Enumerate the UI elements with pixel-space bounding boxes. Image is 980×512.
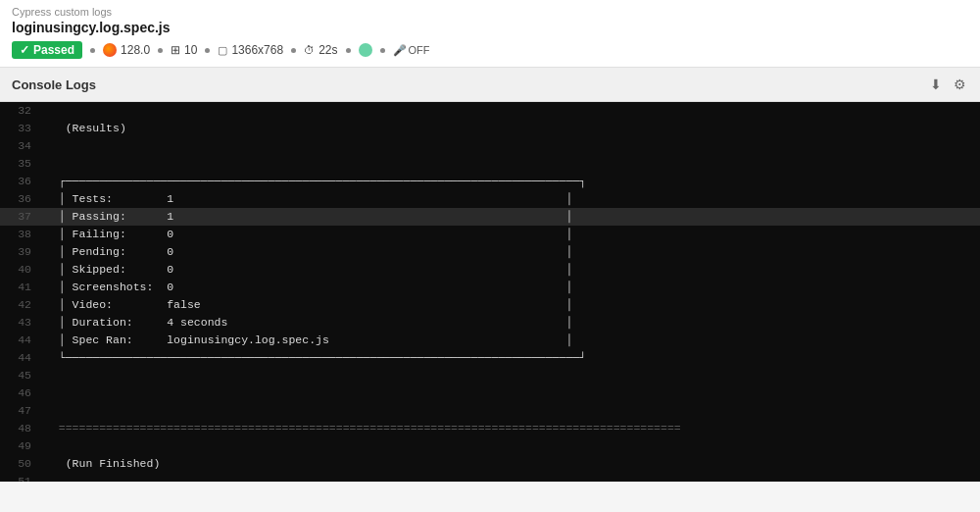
- resolution-info: ▢ 1366x768: [218, 43, 283, 57]
- console-lines: 3233 (Results)343536 ┌──────────────────…: [0, 102, 980, 482]
- line-number: 35: [0, 155, 41, 173]
- console-line: 51: [0, 473, 980, 482]
- console-line: 49: [0, 437, 980, 455]
- line-number: 39: [0, 243, 41, 261]
- line-content: [41, 402, 980, 420]
- console-line: 46: [0, 384, 980, 402]
- console-line: 50 (Run Finished): [0, 455, 980, 473]
- separator-dot-4: [291, 48, 296, 53]
- line-number: 49: [0, 437, 41, 455]
- separator-dot-5: [346, 48, 351, 53]
- mic-icon: 🎤: [393, 44, 407, 57]
- console-line: 45: [0, 367, 980, 384]
- line-number: 42: [0, 296, 41, 314]
- line-number: 50: [0, 455, 41, 473]
- line-number: 51: [0, 473, 41, 482]
- browser-icon: [103, 43, 117, 57]
- top-bar: Cypress custom logs loginusingcy.log.spe…: [0, 0, 980, 68]
- line-content: [41, 473, 980, 482]
- line-content: │ Spec Ran: loginusingcy.log.spec.js │: [41, 332, 980, 349]
- os-icon: ⊞: [171, 43, 180, 57]
- console-line: 48 =====================================…: [0, 420, 980, 437]
- cypress-icon: [359, 43, 372, 57]
- screen-icon: ▢: [218, 44, 227, 57]
- line-content: (Run Finished): [41, 455, 980, 473]
- console-line: 32: [0, 102, 980, 120]
- console-line: 40 │ Skipped: 0 │: [0, 261, 980, 279]
- os-info: ⊞ 10: [171, 43, 197, 57]
- line-content: │ Skipped: 0 │: [41, 261, 980, 279]
- app-label: Cypress custom logs: [12, 6, 968, 18]
- console-area: 3233 (Results)343536 ┌──────────────────…: [0, 102, 980, 482]
- duration: 22s: [318, 43, 337, 57]
- line-content: │ Passing: 1 │: [41, 208, 980, 226]
- line-number: 33: [0, 120, 41, 137]
- line-content: │ Video: false │: [41, 296, 980, 314]
- line-content: └───────────────────────────────────────…: [41, 349, 980, 367]
- settings-icon[interactable]: ⚙: [952, 75, 968, 94]
- record-off-label: OFF: [409, 44, 430, 56]
- console-line: 36 ┌────────────────────────────────────…: [0, 173, 980, 190]
- line-content: [41, 137, 980, 155]
- clock-icon: ⏱: [304, 44, 315, 56]
- line-content: │ Screenshots: 0 │: [41, 279, 980, 296]
- separator-dot-2: [158, 48, 163, 53]
- separator-dot-6: [380, 48, 385, 53]
- line-number: 36: [0, 190, 41, 208]
- console-line: 41 │ Screenshots: 0 │: [0, 279, 980, 296]
- passed-badge: Passed: [12, 41, 82, 59]
- line-content: │ Failing: 0 │: [41, 226, 980, 243]
- separator-dot-3: [205, 48, 210, 53]
- console-line: 39 │ Pending: 0 │: [0, 243, 980, 261]
- line-number: 43: [0, 314, 41, 332]
- line-content: ┌───────────────────────────────────────…: [41, 173, 980, 190]
- resolution: 1366x768: [231, 43, 283, 57]
- line-content: │ Pending: 0 │: [41, 243, 980, 261]
- line-content: [41, 102, 980, 120]
- line-number: 47: [0, 402, 41, 420]
- console-line: 43 │ Duration: 4 seconds │: [0, 314, 980, 332]
- line-number: 46: [0, 384, 41, 402]
- line-number: 41: [0, 279, 41, 296]
- console-actions: ⬇ ⚙: [928, 75, 968, 94]
- console-line: 44 └────────────────────────────────────…: [0, 349, 980, 367]
- console-line: 37 │ Passing: 1 │: [0, 208, 980, 226]
- console-line: 33 (Results): [0, 120, 980, 137]
- line-number: 44: [0, 332, 41, 349]
- console-line: 38 │ Failing: 0 │: [0, 226, 980, 243]
- download-icon[interactable]: ⬇: [928, 75, 944, 94]
- line-content: [41, 155, 980, 173]
- duration-info: ⏱ 22s: [304, 43, 337, 57]
- separator-dot-1: [90, 48, 95, 53]
- console-line: 42 │ Video: false │: [0, 296, 980, 314]
- console-line: 34: [0, 137, 980, 155]
- line-content: [41, 437, 980, 455]
- console-line: 44 │ Spec Ran: loginusingcy.log.spec.js …: [0, 332, 980, 349]
- line-number: 36: [0, 173, 41, 190]
- line-number: 32: [0, 102, 41, 120]
- line-content: [41, 367, 980, 384]
- record-off-badge: 🎤 OFF: [393, 44, 430, 57]
- os-version: 10: [184, 43, 197, 57]
- line-number: 44: [0, 349, 41, 367]
- line-content: (Results): [41, 120, 980, 137]
- line-number: 38: [0, 226, 41, 243]
- line-number: 48: [0, 420, 41, 437]
- spec-title: loginusingcy.log.spec.js: [12, 20, 968, 35]
- line-content: ========================================…: [41, 420, 980, 437]
- line-number: 37: [0, 208, 41, 226]
- console-title: Console Logs: [12, 77, 96, 92]
- line-content: │ Tests: 1 │: [41, 190, 980, 208]
- status-bar: Passed 128.0 ⊞ 10 ▢ 1366x768 ⏱ 22s 🎤 OFF: [12, 41, 968, 67]
- line-content: │ Duration: 4 seconds │: [41, 314, 980, 332]
- line-content: [41, 384, 980, 402]
- line-number: 34: [0, 137, 41, 155]
- console-line: 47: [0, 402, 980, 420]
- line-number: 45: [0, 367, 41, 384]
- browser-info: 128.0: [103, 43, 150, 57]
- console-line: 35: [0, 155, 980, 173]
- passed-label: Passed: [33, 43, 74, 57]
- console-line: 36 │ Tests: 1 │: [0, 190, 980, 208]
- console-header: Console Logs ⬇ ⚙: [0, 68, 980, 102]
- line-number: 40: [0, 261, 41, 279]
